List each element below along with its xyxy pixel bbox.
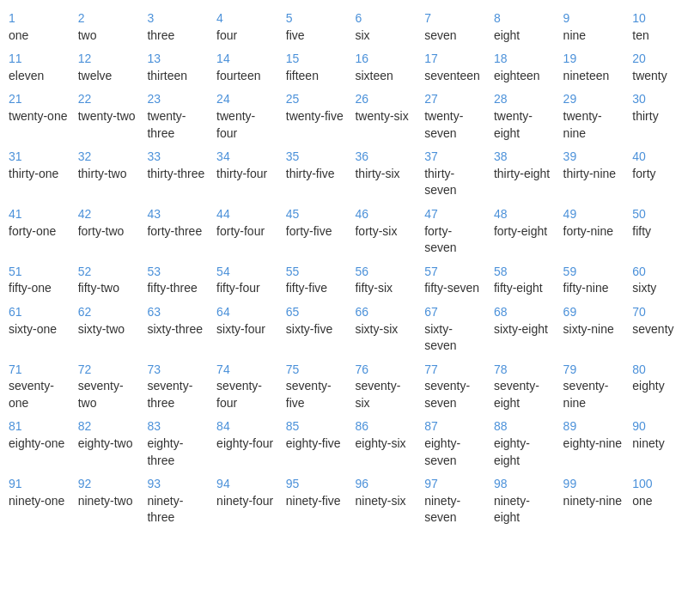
number-label: 2 [78, 10, 137, 27]
list-item: 18eighteen [489, 47, 558, 88]
word-label: forty-six [355, 223, 414, 241]
word-label: eighty-one [9, 435, 68, 453]
list-item: 16sixteen [350, 47, 419, 88]
number-label: 12 [78, 51, 137, 68]
word-label: ninety-four [216, 493, 276, 510]
word-label: seventeen [424, 68, 484, 85]
word-label: five [286, 27, 345, 45]
list-item: 33thirty-three [142, 145, 211, 203]
word-label: eighty-seven [424, 435, 484, 469]
number-label: 14 [216, 51, 276, 68]
number-label: 67 [424, 304, 484, 321]
number-label: 98 [494, 476, 553, 493]
number-label: 87 [424, 418, 484, 435]
list-item: 94ninety-four [211, 472, 281, 530]
number-label: 92 [78, 476, 137, 493]
number-label: 85 [286, 418, 345, 435]
list-item: 89eighty-nine [558, 415, 628, 472]
number-label: 70 [632, 304, 691, 321]
word-label: twenty-eight [494, 108, 553, 142]
word-label: thirty-seven [424, 166, 484, 199]
number-label: 51 [9, 264, 68, 281]
word-label: thirty-six [355, 166, 414, 183]
number-label: 7 [424, 10, 484, 27]
list-item: 84eighty-four [211, 415, 281, 472]
number-label: 43 [147, 206, 206, 223]
list-item: 59fifty-nine [558, 260, 628, 301]
list-item: 35thirty-five [281, 145, 350, 203]
number-label: 64 [216, 304, 276, 321]
word-label: twenty-three [147, 108, 206, 142]
number-label: 59 [563, 264, 623, 281]
word-label: sixty-eight [494, 321, 553, 338]
number-label: 62 [78, 304, 137, 321]
number-label: 69 [563, 304, 623, 321]
number-label: 20 [632, 51, 691, 68]
list-item: 66sixty-six [350, 301, 419, 358]
list-item: 79seventy-nine [558, 358, 628, 416]
word-label: ten [632, 27, 691, 45]
list-item: 98ninety-eight [489, 472, 558, 530]
number-label: 72 [78, 362, 137, 379]
word-label: forty-four [216, 223, 276, 241]
number-label: 32 [78, 149, 137, 166]
number-label: 49 [563, 206, 623, 223]
number-label: 50 [632, 206, 691, 223]
list-item: 91ninety-one [3, 472, 73, 530]
number-label: 73 [147, 362, 206, 379]
number-label: 48 [494, 206, 553, 223]
word-label: fifty-two [78, 280, 137, 297]
list-item: 95ninety-five [281, 472, 350, 530]
number-label: 99 [563, 476, 623, 493]
number-label: 11 [9, 51, 68, 68]
word-label: twenty-six [355, 108, 414, 125]
list-item: 82eighty-two [73, 415, 143, 472]
list-item: 65sixty-five [281, 301, 350, 358]
list-item: 23twenty-three [142, 88, 211, 145]
number-label: 88 [494, 418, 553, 435]
list-item: 8eight [489, 7, 558, 47]
word-label: eighty-four [216, 435, 276, 453]
number-label: 21 [9, 91, 68, 108]
list-item: 77seventy-seven [419, 358, 489, 416]
number-label: 19 [563, 51, 623, 68]
list-item: 44forty-four [211, 203, 281, 260]
number-label: 79 [563, 362, 623, 379]
word-label: twenty-one [9, 108, 68, 125]
number-label: 81 [9, 418, 68, 435]
number-label: 24 [216, 91, 276, 108]
number-label: 58 [494, 264, 553, 281]
number-label: 25 [286, 91, 345, 108]
list-item: 40forty [627, 145, 697, 203]
word-label: forty-nine [563, 223, 623, 241]
number-label: 10 [632, 10, 691, 27]
number-label: 94 [216, 476, 276, 493]
list-item: 43forty-three [142, 203, 211, 260]
list-item: 55fifty-five [281, 260, 350, 301]
list-item: 62sixty-two [73, 301, 143, 358]
word-label: fifty [632, 223, 691, 241]
word-label: sixteen [355, 68, 414, 85]
number-label: 29 [563, 91, 623, 108]
word-label: seventy-one [9, 378, 68, 411]
list-item: 76seventy-six [350, 358, 419, 416]
word-label: ninety [632, 435, 691, 453]
list-item: 92ninety-two [73, 472, 143, 530]
number-label: 27 [424, 91, 484, 108]
list-item: 74seventy-four [211, 358, 281, 416]
word-label: sixty-two [78, 321, 137, 338]
number-label: 41 [9, 206, 68, 223]
number-label: 1 [9, 10, 68, 27]
list-item: 2two [73, 7, 143, 47]
word-label: eighteen [494, 68, 553, 85]
list-item: 75seventy-five [281, 358, 350, 416]
word-label: eight [494, 27, 553, 45]
number-label: 100 [632, 476, 691, 493]
word-label: thirty-eight [494, 166, 553, 183]
word-label: forty [632, 166, 691, 183]
list-item: 29twenty-nine [558, 88, 628, 145]
list-item: 68sixty-eight [489, 301, 558, 358]
number-label: 45 [286, 206, 345, 223]
number-label: 30 [632, 91, 691, 108]
word-label: fifty-four [216, 280, 276, 297]
